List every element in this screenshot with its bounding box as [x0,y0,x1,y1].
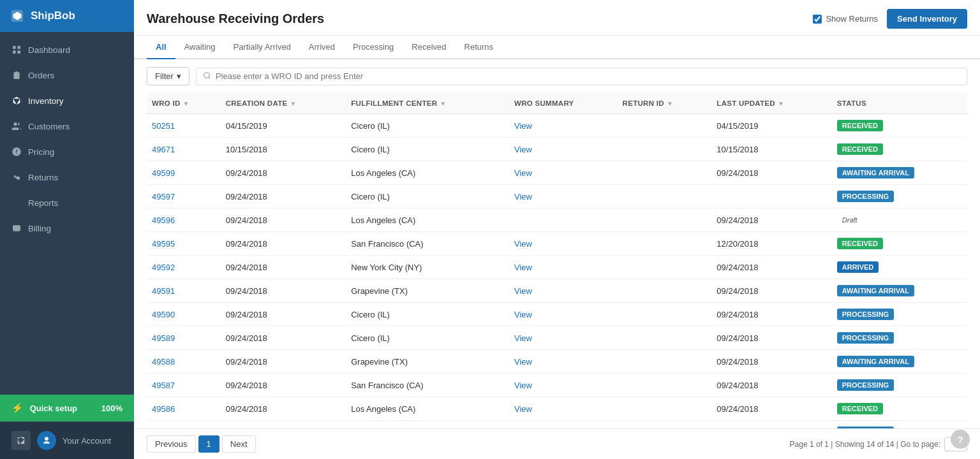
wro-id-link[interactable]: 49587 [152,381,175,390]
quick-setup-button[interactable]: ⚡ Quick setup 100% [0,395,134,421]
fulfillment-center-cell: Los Angeles (CA) [346,397,509,421]
wro-summary-view-link[interactable]: View [514,333,532,343]
col-return-id: Return ID▼ [618,93,712,114]
wro-id-link[interactable]: 49671 [152,145,175,154]
wro-summary-view-link[interactable]: View [514,404,532,414]
last-updated-cell: 09/24/2018 [711,303,831,326]
sidebar-item-reports[interactable]: Reports [0,190,134,215]
tab-arrived[interactable]: Arrived [300,36,344,59]
sort-icon-fulfillment-center[interactable]: ▼ [440,100,446,107]
wro-summary-view-link[interactable]: View [514,381,532,390]
creation-date-cell: 09/24/2018 [221,397,346,421]
wro-id-link[interactable]: 49595 [152,239,175,249]
wro-id-cell: 50251 [147,114,221,138]
wro-summary-view-link[interactable]: View [514,121,532,131]
sidebar-item-customers[interactable]: Customers [0,113,134,139]
wro-id-link[interactable]: 49599 [152,168,175,178]
wro-id-link[interactable]: 49592 [152,263,175,272]
filter-label: Filter [155,71,174,81]
wro-id-link[interactable]: 49591 [152,286,175,296]
sidebar-label-dashboard: Dashboard [28,45,70,55]
sidebar-item-dashboard[interactable]: Dashboard [0,37,134,62]
wro-id-link[interactable]: 49589 [152,333,175,343]
app-logo[interactable]: ShipBob [0,0,134,32]
wro-id-link[interactable]: 49596 [152,215,175,225]
fulfillment-center-cell: San Francisco (CA) [346,374,509,397]
wro-summary-view-link[interactable]: View [514,310,532,319]
wro-id-link[interactable]: 49590 [152,310,175,319]
sidebar-label-orders: Orders [28,71,54,80]
table-row: 4967110/15/2018Cicero (IL)View10/15/2018… [147,138,967,161]
sidebar-item-returns[interactable]: Returns [0,164,134,190]
show-returns-input[interactable] [813,15,822,24]
table-row: 5025104/15/2019Cicero (IL)View04/15/2019… [147,114,967,138]
dashboard-icon [11,45,22,55]
wro-id-cell: 49592 [147,256,221,279]
wro-summary-cell [509,208,618,232]
send-inventory-button[interactable]: Send Inventory [887,9,967,29]
sort-icon-return-id[interactable]: ▼ [667,100,673,107]
creation-date-cell: 10/15/2018 [221,138,346,161]
sidebar-item-billing[interactable]: Billing [0,215,134,241]
wro-summary-view-link[interactable]: View [514,239,532,249]
wro-id-cell: 49671 [147,138,221,161]
sort-icon-creation-date[interactable]: ▼ [290,100,297,107]
tab-all[interactable]: All [147,36,175,59]
your-account-button[interactable]: Your Account [0,421,134,459]
sort-icon-wro-id[interactable]: ▼ [183,100,189,107]
tab-bar: All Awaiting Partially Arrived Arrived P… [134,36,980,59]
tab-returns[interactable]: Returns [456,36,503,59]
return-id-cell [618,185,712,208]
tab-awaiting[interactable]: Awaiting [175,36,225,59]
wro-id-cell: 49590 [147,303,221,326]
sidebar-item-orders[interactable]: Orders [0,62,134,88]
col-fulfillment-center: Fulfillment Center▼ [346,93,509,114]
status-cell: AWAITING ARRIVAL [832,161,967,185]
page-1-button[interactable]: 1 [198,435,219,453]
wro-id-link[interactable]: 49588 [152,357,175,367]
wro-summary-cell: View [509,232,618,256]
sidebar-label-returns: Returns [28,173,58,182]
creation-date-cell: 09/24/2018 [221,185,346,208]
wro-summary-view-link[interactable]: View [514,263,532,272]
return-id-cell [618,161,712,185]
creation-date-cell: 09/24/2018 [221,374,346,397]
wro-summary-view-link[interactable]: View [514,357,532,367]
wro-summary-view-link[interactable]: View [514,168,532,178]
help-button[interactable]: ? [951,430,970,449]
wro-summary-view-link[interactable]: View [514,286,532,296]
tab-partially-arrived[interactable]: Partially Arrived [225,36,300,59]
table-row: 4958909/24/2018Cicero (IL)View09/24/2018… [147,326,967,350]
return-id-cell [618,421,712,429]
tab-received[interactable]: Received [403,36,455,59]
table-body: 5025104/15/2019Cicero (IL)View04/15/2019… [147,114,967,429]
wro-id-cell: 49591 [147,279,221,303]
return-id-cell [618,114,712,138]
wro-id-link[interactable]: 50251 [152,121,175,131]
creation-date-cell: 09/24/2018 [221,161,346,185]
creation-date-cell: 09/24/2018 [221,303,346,326]
wro-id-cell: 49588 [147,350,221,374]
previous-button[interactable]: Previous [147,435,196,453]
sidebar-label-reports: Reports [28,198,58,208]
status-cell: RECEIVED [832,232,967,256]
table-row: 4959609/24/2018Los Angeles (CA)09/24/201… [147,208,967,232]
wro-summary-view-link[interactable]: View [514,145,532,154]
next-button[interactable]: Next [222,435,256,453]
last-updated-cell: 09/24/2018 [711,397,831,421]
wro-summary-cell: View [509,185,618,208]
filter-button[interactable]: Filter ▾ [147,67,189,85]
table-row: 4959009/24/2018Cicero (IL)View09/24/2018… [147,303,967,326]
wro-summary-view-link[interactable]: View [514,192,532,201]
your-account-label: Your Account [63,436,111,446]
page-header: Warehouse Receiving Orders Show Returns … [134,0,980,36]
wro-id-link[interactable]: 49597 [152,192,175,201]
sort-icon-last-updated[interactable]: ▼ [778,100,784,107]
sidebar-item-pricing[interactable]: Pricing [0,139,134,164]
show-returns-checkbox[interactable]: Show Returns [813,14,878,24]
sidebar-item-inventory[interactable]: Inventory [0,88,134,113]
wro-id-link[interactable]: 49586 [152,404,175,414]
table-row: 4958709/24/2018San Francisco (CA)View09/… [147,374,967,397]
search-input[interactable] [216,71,960,81]
tab-processing[interactable]: Processing [344,36,403,59]
